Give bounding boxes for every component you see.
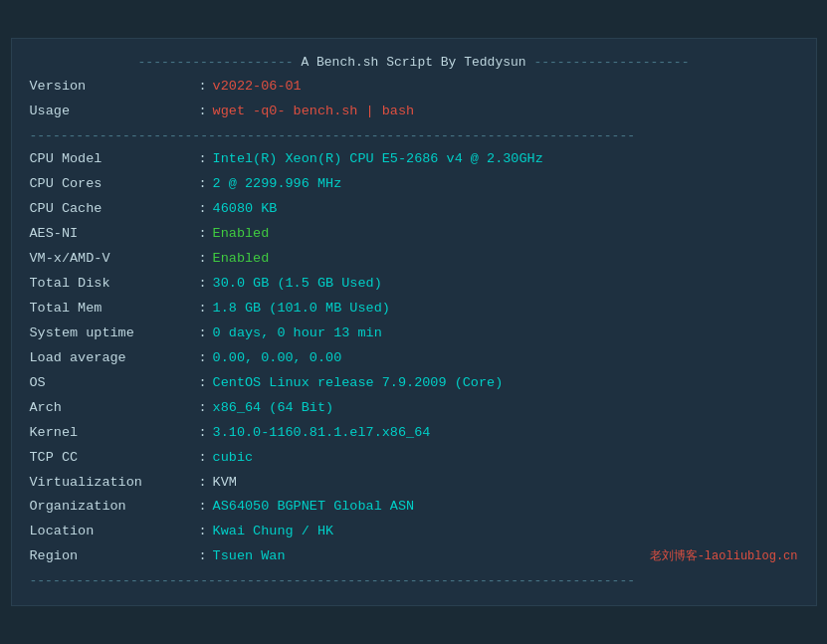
tcp-cc-colon: :: [199, 446, 207, 471]
version-value: v2022-06-01: [213, 75, 302, 100]
total-mem-value: 1.8 GB (101.0 MB Used): [213, 297, 390, 322]
virtualization-colon: :: [199, 471, 207, 496]
virtualization-value: KVM: [213, 471, 237, 496]
cpu-model-label: CPU Model: [30, 147, 199, 172]
uptime-row: System uptime : 0 days, 0 hour 13 min: [30, 322, 798, 346]
organization-label: Organization: [30, 495, 199, 520]
vm-colon: :: [199, 247, 207, 272]
vm-value: Enabled: [213, 247, 270, 272]
version-row: Version : v2022-06-01: [30, 75, 798, 100]
cpu-cores-colon: :: [199, 172, 207, 197]
version-label: Version: [30, 75, 199, 100]
cpu-model-value: Intel(R) Xeon(R) CPU E5-2686 v4 @ 2.30GH…: [213, 147, 543, 172]
cpu-cores-label: CPU Cores: [30, 172, 199, 197]
os-row: OS : CentOS Linux release 7.9.2009 (Core…: [30, 371, 798, 396]
usage-row: Usage : wget -q0- bench.sh | bash: [30, 100, 798, 124]
organization-value: AS64050 BGPNET Global ASN: [213, 495, 415, 520]
kernel-colon: :: [199, 421, 207, 446]
total-mem-label: Total Mem: [30, 297, 199, 322]
load-avg-value: 0.00, 0.00, 0.00: [213, 346, 342, 371]
organization-row: Organization : AS64050 BGPNET Global ASN: [30, 495, 798, 520]
cpu-cores-value: 2 @ 2299.996 MHz: [213, 172, 342, 197]
header-title: -------------------- A Bench.sh Script B…: [30, 51, 798, 74]
total-disk-value: 30.0 GB (1.5 GB Used): [213, 272, 382, 297]
location-colon: :: [199, 520, 207, 544]
uptime-value: 0 days, 0 hour 13 min: [213, 322, 382, 346]
usage-value: wget -q0- bench.sh | bash: [213, 100, 415, 124]
arch-row: Arch : x86_64 (64 Bit): [30, 396, 798, 421]
cpu-cache-colon: :: [199, 197, 207, 222]
arch-value: x86_64 (64 Bit): [213, 396, 334, 421]
version-colon: :: [199, 75, 207, 100]
total-disk-row: Total Disk : 30.0 GB (1.5 GB Used): [30, 272, 798, 297]
aes-ni-colon: :: [199, 222, 207, 247]
aes-ni-label: AES-NI: [30, 222, 199, 247]
uptime-label: System uptime: [30, 322, 199, 346]
watermark: 老刘博客-laoliublog.cn: [650, 545, 798, 567]
region-label: Region: [30, 544, 199, 569]
aes-ni-value: Enabled: [213, 222, 270, 247]
aes-ni-row: AES-NI : Enabled: [30, 222, 798, 247]
cpu-cache-row: CPU Cache : 46080 KB: [30, 197, 798, 222]
region-colon: :: [199, 544, 207, 569]
os-label: OS: [30, 371, 199, 396]
uptime-colon: :: [199, 322, 207, 346]
virtualization-label: Virtualization: [30, 471, 199, 496]
region-row: Region : Tsuen Wan 老刘博客-laoliublog.cn: [30, 544, 798, 569]
cpu-cores-row: CPU Cores : 2 @ 2299.996 MHz: [30, 172, 798, 197]
os-colon: :: [199, 371, 207, 396]
location-value: Kwai Chung / HK: [213, 520, 334, 544]
tcp-cc-value: cubic: [213, 446, 254, 471]
kernel-value: 3.10.0-1160.81.1.el7.x86_64: [213, 421, 431, 446]
kernel-row: Kernel : 3.10.0-1160.81.1.el7.x86_64: [30, 421, 798, 446]
cpu-model-colon: :: [199, 147, 207, 172]
cpu-model-row: CPU Model : Intel(R) Xeon(R) CPU E5-2686…: [30, 147, 798, 172]
divider-2: ----------------------------------------…: [30, 569, 798, 592]
location-row: Location : Kwai Chung / HK: [30, 520, 798, 544]
vm-label: VM-x/AMD-V: [30, 247, 199, 272]
cpu-cache-label: CPU Cache: [30, 197, 199, 222]
load-avg-colon: :: [199, 346, 207, 371]
organization-colon: :: [199, 495, 207, 520]
divider-1: ----------------------------------------…: [30, 124, 798, 147]
total-disk-colon: :: [199, 272, 207, 297]
os-value: CentOS Linux release 7.9.2009 (Core): [213, 371, 504, 396]
load-avg-label: Load average: [30, 346, 199, 371]
kernel-label: Kernel: [30, 421, 199, 446]
location-label: Location: [30, 520, 199, 544]
tcp-cc-row: TCP CC : cubic: [30, 446, 798, 471]
load-avg-row: Load average : 0.00, 0.00, 0.00: [30, 346, 798, 371]
total-mem-row: Total Mem : 1.8 GB (101.0 MB Used): [30, 297, 798, 322]
region-value: Tsuen Wan: [213, 544, 286, 569]
tcp-cc-label: TCP CC: [30, 446, 199, 471]
total-mem-colon: :: [199, 297, 207, 322]
usage-colon: :: [199, 100, 207, 124]
arch-label: Arch: [30, 396, 199, 421]
cpu-cache-value: 46080 KB: [213, 197, 278, 222]
total-disk-label: Total Disk: [30, 272, 199, 297]
virtualization-row: Virtualization : KVM: [30, 471, 798, 496]
usage-label: Usage: [30, 100, 199, 124]
vm-row: VM-x/AMD-V : Enabled: [30, 247, 798, 272]
arch-colon: :: [199, 396, 207, 421]
